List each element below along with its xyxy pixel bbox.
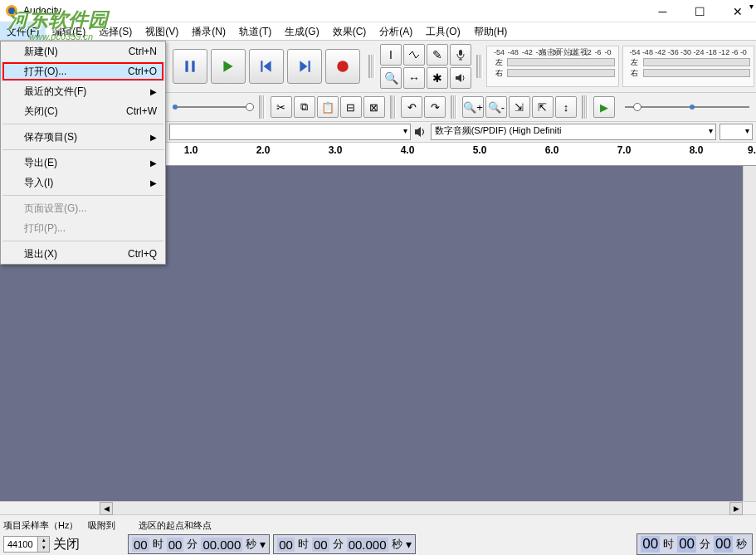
sample-rate-label: 项目采样率（Hz） <box>3 519 78 532</box>
pause-button[interactable] <box>173 49 207 84</box>
menu-recent[interactable]: 最近的文件(F)▶ <box>1 81 165 101</box>
trim-button[interactable]: ⊟ <box>340 96 362 118</box>
menu-effect[interactable]: 效果(C) <box>326 22 373 40</box>
menubar: 文件(F) 编辑(E) 选择(S) 视图(V) 播录(N) 轨道(T) 生成(G… <box>0 22 756 41</box>
skip-end-button[interactable] <box>287 49 322 84</box>
menu-close[interactable]: 关闭(C)Ctrl+W <box>1 101 165 121</box>
zoom-out-button[interactable]: 🔍- <box>485 96 507 118</box>
audio-position-time[interactable]: 00时 00分 00秒 <box>637 533 753 555</box>
svg-rect-4 <box>261 61 262 72</box>
zoom-in-button[interactable]: 🔍+ <box>462 96 484 118</box>
snap-combo[interactable]: 关闭 <box>53 536 111 553</box>
fit-project-button[interactable]: ⇱ <box>532 96 554 118</box>
draw-tool[interactable]: ✎ <box>427 44 448 66</box>
tools-toolbar: I ✎ 🔍 ↔ ✱ <box>377 41 475 92</box>
speaker-icon[interactable] <box>450 67 471 89</box>
output-device-combo[interactable]: 数字音频(S/PDIF) (High Definiti <box>431 124 716 140</box>
svg-point-6 <box>337 61 349 72</box>
scroll-left-button[interactable]: ◀ <box>100 502 113 515</box>
menu-file[interactable]: 文件(F) <box>0 22 46 40</box>
scroll-right-button[interactable]: ▶ <box>729 502 743 515</box>
record-button[interactable] <box>325 49 360 84</box>
zoom-tool[interactable]: 🔍 <box>380 67 402 89</box>
horizontal-scrollbar[interactable]: ◀ ▶ <box>0 501 756 514</box>
menu-view[interactable]: 视图(V) <box>139 22 185 40</box>
device-toolbar: 数字音频(S/PDIF) (High Definiti <box>166 122 756 143</box>
envelope-tool[interactable] <box>403 44 425 66</box>
audio-host-combo[interactable] <box>169 124 411 140</box>
menu-tracks[interactable]: 轨道(T) <box>232 22 278 40</box>
menu-open[interactable]: 打开(O)...Ctrl+O <box>1 61 165 81</box>
titlebar: Audacity ─ ☐ ✕ <box>0 0 756 22</box>
speaker-device-icon <box>414 126 427 138</box>
transport-toolbar <box>166 46 367 87</box>
menu-transport[interactable]: 播录(N) <box>185 22 232 40</box>
minimize-button[interactable]: ─ <box>644 0 681 22</box>
menu-import[interactable]: 导入(I)▶ <box>1 173 165 192</box>
selection-tool[interactable]: I <box>380 44 402 66</box>
play-button[interactable] <box>211 49 246 84</box>
zoom-toggle-button[interactable]: ↕ <box>555 96 577 118</box>
menu-analyze[interactable]: 分析(A) <box>373 22 419 40</box>
svg-rect-5 <box>309 61 310 72</box>
copy-button[interactable]: ⧉ <box>294 96 315 118</box>
menu-save-project[interactable]: 保存项目(S)▶ <box>1 127 165 147</box>
multi-tool[interactable]: ✱ <box>427 67 448 89</box>
maximize-button[interactable]: ☐ <box>681 0 719 22</box>
skip-start-button[interactable] <box>249 49 284 84</box>
timeshift-tool[interactable]: ↔ <box>403 67 425 89</box>
menu-tools[interactable]: 工具(O) <box>419 22 466 40</box>
silence-button[interactable]: ⊠ <box>363 96 385 118</box>
recording-meter[interactable]: -54-48-42-36-30点击开始监视-18-12-6-0 左 右 <box>486 46 619 87</box>
vertical-scrollbar[interactable] <box>743 166 756 501</box>
svg-point-1 <box>8 7 15 14</box>
selection-label: 选区的起点和终点 <box>139 519 212 532</box>
menu-edit[interactable]: 编辑(E) <box>46 22 92 40</box>
play-at-speed-button[interactable]: ▶ <box>593 96 615 118</box>
menu-select[interactable]: 选择(S) <box>92 22 139 40</box>
redo-button[interactable]: ↷ <box>424 96 446 118</box>
selection-toolbar: 项目采样率（Hz） 吸附到 选区的起点和终点 44100 ▴▾ 关闭 00时 0… <box>0 514 756 555</box>
svg-rect-7 <box>459 50 462 56</box>
playback-speed-slider[interactable] <box>625 100 749 114</box>
timeline-ruler[interactable]: 1.0 2.0 3.0 4.0 5.0 6.0 7.0 8.0 9. <box>166 143 756 166</box>
svg-rect-3 <box>192 61 194 72</box>
selection-end-time[interactable]: 00时 00分 00.000秒▾ <box>273 534 415 554</box>
rec-meter-placeholder: 点击开始监视 <box>539 46 588 58</box>
sample-rate-spinbox[interactable]: 44100 ▴▾ <box>3 536 50 553</box>
menu-print[interactable]: 打印(P)... <box>1 218 165 238</box>
fit-selection-button[interactable]: ⇲ <box>509 96 530 118</box>
menu-new[interactable]: 新建(N)Ctrl+N <box>1 41 165 61</box>
playback-meter[interactable]: -54-48-42-36-30-24-18-12-6-0 左 右 <box>622 46 755 87</box>
menu-export[interactable]: 导出(E)▶ <box>1 153 165 173</box>
cut-button[interactable]: ✂ <box>271 96 292 118</box>
menu-exit[interactable]: 退出(X)Ctrl+Q <box>1 244 165 264</box>
svg-rect-2 <box>185 61 188 72</box>
channels-combo[interactable] <box>719 124 753 140</box>
file-menu-dropdown: 新建(N)Ctrl+N 打开(O)...Ctrl+O 最近的文件(F)▶ 关闭(… <box>0 41 166 265</box>
paste-button[interactable]: 📋 <box>317 96 339 118</box>
app-title: Audacity <box>23 5 61 17</box>
mic-icon[interactable] <box>450 44 471 66</box>
menu-generate[interactable]: 生成(G) <box>278 22 325 40</box>
menu-help[interactable]: 帮助(H) <box>467 22 515 40</box>
snap-label: 吸附到 <box>88 519 115 532</box>
undo-button[interactable]: ↶ <box>401 96 422 118</box>
app-logo-icon <box>5 4 18 17</box>
recording-volume-slider[interactable] <box>173 100 251 114</box>
menu-page-setup[interactable]: 页面设置(G)... <box>1 198 165 218</box>
selection-start-time[interactable]: 00时 00分 00.000秒▾ <box>128 534 270 554</box>
